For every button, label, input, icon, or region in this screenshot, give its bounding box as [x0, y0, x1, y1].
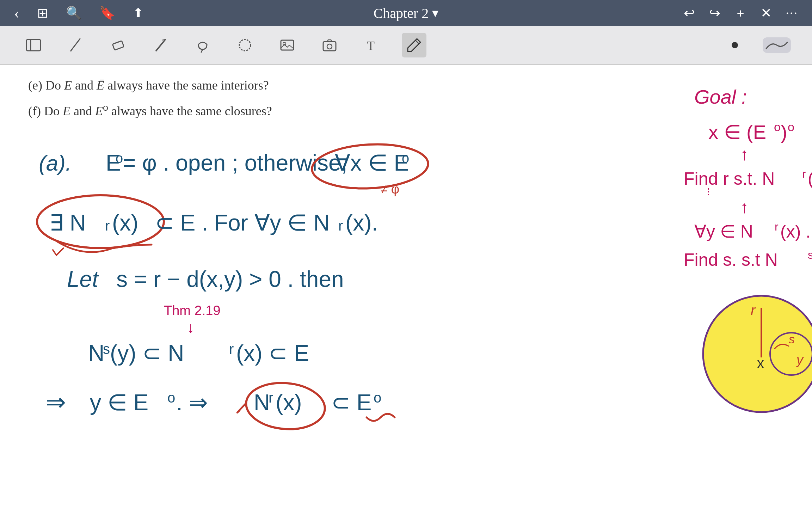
svg-text:↑: ↑ [740, 198, 749, 216]
svg-text:o: o [116, 151, 123, 166]
svg-text:⊂ E: ⊂ E [331, 390, 371, 415]
svg-text:Let: Let [67, 266, 99, 292]
svg-text:(x): (x) [276, 390, 302, 415]
svg-line-2 [71, 39, 80, 51]
svg-text:r: r [802, 167, 806, 180]
lasso-tool-button[interactable] [190, 33, 215, 57]
share-button[interactable]: ⬆ [133, 6, 143, 20]
highlighter-icon [153, 37, 168, 53]
more-button[interactable]: ··· [786, 5, 798, 21]
svg-text:∀x ∈ E: ∀x ∈ E [335, 150, 409, 176]
nav-right: ↩ ↪ ＋ ✕ ··· [684, 5, 798, 21]
svg-text:(a).: (a). [39, 151, 72, 175]
selection-tool-button[interactable] [233, 33, 257, 57]
problem-f-text: (f) Do E and Eo always have the same clo… [28, 99, 634, 122]
close-button[interactable]: ✕ [761, 5, 772, 21]
svg-text:o: o [167, 390, 175, 405]
svg-point-6 [239, 39, 251, 51]
svg-text:∀y ∈ N: ∀y ∈ N [694, 222, 753, 241]
eraser-tool-button[interactable] [106, 33, 130, 57]
svg-text:. ⇒: . ⇒ [176, 390, 208, 415]
bookmark-button[interactable]: 🔖 [99, 6, 115, 20]
nav-left: ‹ ⊞ 🔍 🔖 ⬆ [14, 4, 143, 22]
svg-text:↓: ↓ [187, 319, 195, 336]
text-tool-button[interactable]: T [359, 33, 384, 57]
dropdown-icon[interactable]: ▾ [432, 6, 438, 20]
active-pencil-icon [406, 37, 422, 53]
svg-text:N: N [254, 390, 270, 415]
squiggle-icon [764, 39, 789, 51]
svg-rect-7 [281, 40, 294, 50]
svg-text:(x)  ⊂ E: (x) ⊂ E [236, 341, 309, 366]
svg-text:(x) .: (x) . [780, 222, 811, 241]
svg-text:(x) ⊂ E: (x) ⊂ E [808, 169, 812, 189]
svg-text:s: s [789, 332, 795, 346]
camera-icon [322, 37, 337, 53]
svg-text:x ∈ (E: x ∈ (E [708, 121, 766, 143]
grid-button[interactable]: ⊞ [37, 5, 48, 21]
nav-title: Chapter 2 ▾ [374, 5, 439, 22]
svg-text:T: T [367, 39, 375, 53]
svg-text:r: r [269, 390, 273, 405]
svg-text:x: x [757, 355, 764, 371]
pen-style-squiggle[interactable] [763, 37, 791, 53]
svg-text:r: r [751, 302, 756, 318]
selection-icon [237, 37, 253, 53]
sidebar-toggle-button[interactable] [21, 33, 46, 57]
pen-size-dot[interactable] [732, 42, 738, 48]
redo-button[interactable]: ↪ [709, 5, 720, 21]
pen-tool-button[interactable] [63, 33, 88, 57]
svg-text:o: o [402, 151, 409, 166]
svg-text:): ) [781, 121, 787, 143]
page-area: (e) Do E and Ē always have the same inte… [0, 65, 663, 509]
svg-point-10 [327, 44, 332, 49]
svg-text:(x): (x) [112, 210, 139, 235]
eraser-icon [110, 37, 126, 53]
camera-tool-button[interactable] [317, 33, 342, 57]
svg-text:r: r [105, 218, 110, 233]
svg-text:s = r − d(x,y) > 0 . then: s = r − d(x,y) > 0 . then [116, 266, 344, 292]
svg-text:y ∈ E: y ∈ E [90, 390, 148, 415]
problem-e-text: (e) Do E and Ē always have the same inte… [28, 75, 634, 96]
svg-text:o: o [374, 390, 381, 405]
problem-e-label: (e) Do E and Ē always have the same inte… [28, 78, 269, 92]
add-button[interactable]: ＋ [734, 5, 746, 21]
svg-text:(x).: (x). [345, 210, 378, 235]
svg-text:Find r s.t. N: Find r s.t. N [684, 169, 775, 189]
svg-text:Goal :: Goal : [694, 86, 747, 108]
math-handwriting-svg: (a). E o = φ . open ; otherwise, ∀x ∈ E … [28, 128, 634, 481]
svg-text:y: y [795, 352, 804, 367]
text-icon: T [364, 37, 380, 53]
svg-text:⊂ E .  For ∀y ∈ N: ⊂ E . For ∀y ∈ N [155, 210, 330, 235]
svg-text:s: s [808, 249, 812, 261]
svg-text:N: N [88, 341, 104, 366]
svg-point-65 [703, 296, 812, 412]
svg-line-4 [156, 39, 165, 51]
svg-text:⇒: ⇒ [46, 388, 66, 415]
image-tool-button[interactable] [275, 33, 300, 57]
svg-text:Find s. s.t N: Find s. s.t N [684, 250, 778, 270]
chapter-title: Chapter 2 [374, 5, 429, 22]
sidebar-icon [26, 37, 41, 53]
sidebar-notes: Goal : x ∈ (E o ) o ↑ Find r s.t. N r (x… [663, 65, 812, 509]
top-nav: ‹ ⊞ 🔍 🔖 ⬆ Chapter 2 ▾ ↩ ↪ ＋ ✕ ··· [0, 0, 812, 26]
svg-text:∃ N: ∃ N [49, 210, 86, 235]
lasso-icon [195, 37, 210, 53]
svg-text:r: r [338, 218, 343, 233]
sidebar-svg: Goal : x ∈ (E o ) o ↑ Find r s.t. N r (x… [680, 75, 812, 421]
svg-text:r: r [229, 341, 234, 357]
svg-text:≠ φ: ≠ φ [381, 182, 399, 196]
highlighter-tool-button[interactable] [148, 33, 173, 57]
toolbar: T [0, 26, 812, 65]
pencil-tool-button[interactable] [402, 33, 426, 57]
undo-button[interactable]: ↩ [684, 5, 695, 21]
svg-text:(y)  ⊂  N: (y) ⊂ N [110, 341, 184, 366]
search-button[interactable]: 🔍 [66, 6, 82, 20]
svg-text:o: o [774, 120, 781, 134]
back-button[interactable]: ‹ [14, 4, 19, 22]
main-content: (e) Do E and Ē always have the same inte… [0, 65, 812, 509]
svg-text:s: s [103, 341, 110, 357]
svg-text:o: o [788, 120, 794, 134]
problem-f-label: (f) Do E and Eo always have the same clo… [28, 104, 272, 118]
svg-text:↑: ↑ [740, 145, 749, 164]
